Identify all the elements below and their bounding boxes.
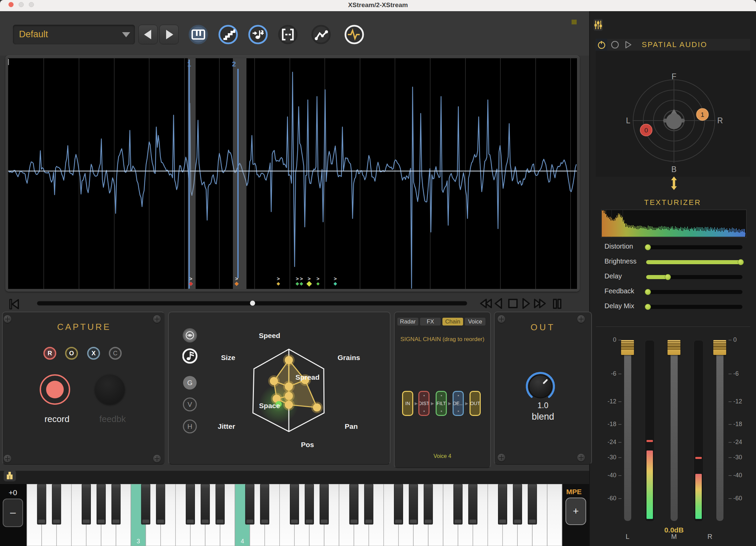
svg-text:R: R: [717, 116, 723, 125]
svg-text:Pos: Pos: [301, 441, 314, 448]
svg-text:Jitter: Jitter: [218, 422, 235, 430]
svg-text:Spread: Spread: [295, 373, 319, 381]
svg-text:3: 3: [137, 538, 140, 545]
svg-text:L: L: [626, 116, 631, 125]
svg-text:1: 1: [701, 111, 704, 118]
svg-text:B: B: [671, 165, 676, 174]
svg-text:0: 0: [644, 127, 648, 134]
svg-text:V: V: [187, 401, 192, 408]
svg-text:F: F: [672, 72, 676, 81]
svg-text:G: G: [187, 379, 193, 386]
svg-text:Grains: Grains: [338, 354, 360, 361]
svg-text:Speed: Speed: [259, 332, 280, 339]
svg-text:H: H: [187, 423, 192, 430]
svg-text:Size: Size: [221, 354, 235, 361]
svg-text:Space: Space: [259, 402, 280, 410]
svg-text:4: 4: [241, 538, 244, 545]
svg-text:Pan: Pan: [345, 422, 358, 430]
